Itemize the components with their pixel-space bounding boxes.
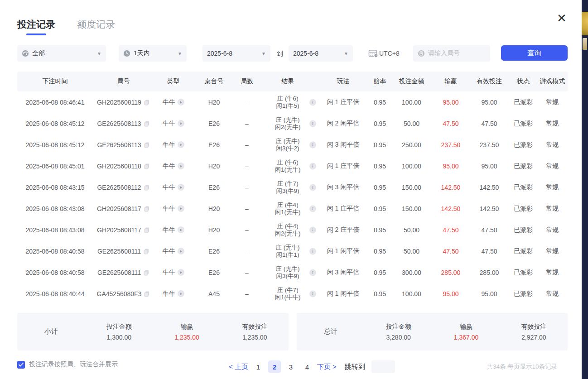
- copy-icon[interactable]: [144, 142, 150, 148]
- category-dropdown[interactable]: 全部 ▼: [17, 45, 106, 62]
- play-video-icon[interactable]: [178, 226, 184, 233]
- info-icon[interactable]: [309, 99, 316, 106]
- copy-icon[interactable]: [144, 227, 150, 233]
- info-icon[interactable]: [309, 269, 316, 276]
- jump-to-input[interactable]: [371, 360, 395, 373]
- info-icon[interactable]: [309, 163, 316, 169]
- close-icon[interactable]: ✕: [556, 13, 568, 24]
- round-id-cell: GE2625608113: [93, 120, 154, 127]
- play-video-icon[interactable]: [178, 184, 184, 191]
- table-row: 2025-06-08 08:40:58 GE2625608111 牛牛 E26 …: [17, 262, 568, 283]
- copy-icon[interactable]: [144, 163, 150, 169]
- copy-icon[interactable]: [144, 184, 150, 191]
- col-header-table-no: 桌台号: [193, 77, 236, 86]
- col-header-game-mode: 游戏模式: [537, 77, 568, 86]
- subtotal-label: 小计: [17, 327, 85, 336]
- play-video-icon[interactable]: [178, 120, 184, 127]
- play-type: 闲 3 闲平倍: [317, 183, 369, 192]
- game-type: 牛牛: [163, 141, 175, 149]
- to-label: 到: [277, 45, 283, 62]
- info-icon[interactable]: [309, 205, 316, 212]
- col-header-time: 下注时间: [17, 77, 93, 86]
- copy-icon[interactable]: [144, 120, 150, 127]
- result-banker: 庄 (无牛): [258, 138, 317, 145]
- globe-icon: [22, 50, 29, 57]
- copy-icon[interactable]: [143, 248, 149, 254]
- win-loss: 47.50: [433, 248, 469, 255]
- round-id-cell: GH2025608117: [93, 226, 154, 234]
- game-type-cell: 牛牛: [154, 290, 193, 298]
- result-banker: 庄 (牛4): [258, 223, 317, 230]
- info-icon[interactable]: [309, 141, 316, 148]
- win-loss: 237.50: [433, 141, 469, 149]
- play-video-icon[interactable]: [178, 163, 184, 169]
- valid-bet: 142.50: [469, 205, 510, 212]
- win-loss: 142.50: [433, 205, 469, 212]
- bet-amount: 100.00: [390, 290, 433, 297]
- result-player: 闲1(牛牛): [258, 294, 317, 301]
- game-type: 牛牛: [163, 269, 175, 277]
- game-type: 牛牛: [163, 205, 175, 213]
- info-icon[interactable]: [309, 120, 316, 127]
- round-number-input[interactable]: 请输入局号: [413, 45, 490, 62]
- copy-icon[interactable]: [144, 206, 150, 212]
- play-video-icon[interactable]: [178, 269, 184, 276]
- table-no: H20: [193, 99, 236, 106]
- total-bet: 投注金额 3,280.00: [365, 323, 432, 341]
- result-cell: 庄 (无牛) 闲3(牛2): [258, 138, 317, 152]
- odds: 0.95: [369, 226, 390, 234]
- status-badge: 已派彩: [510, 269, 537, 277]
- play-video-icon[interactable]: [178, 205, 184, 212]
- valid-bet: 285.00: [469, 269, 510, 276]
- game-type-cell: 牛牛: [154, 120, 193, 128]
- tab-betting-records[interactable]: 投注记录: [17, 18, 55, 35]
- play-video-icon[interactable]: [178, 99, 184, 106]
- col-header-round-id: 局号: [93, 77, 154, 86]
- page-button-2[interactable]: 2: [268, 360, 281, 373]
- info-icon[interactable]: [309, 226, 316, 233]
- play-video-icon[interactable]: [178, 141, 184, 148]
- prev-page-button[interactable]: < 上页: [229, 363, 248, 371]
- info-icon[interactable]: [309, 290, 316, 297]
- timezone-indicator[interactable]: UTC+8: [368, 45, 400, 62]
- page-button-4[interactable]: 4: [301, 360, 313, 373]
- bet-amount: 50.00: [390, 248, 433, 255]
- table-no: H20: [193, 163, 236, 170]
- game-type-cell: 牛牛: [154, 269, 193, 277]
- result-player: 闲1(牛1): [258, 251, 317, 259]
- game-mode: 常规: [537, 205, 568, 213]
- result-player: 闲3(牛9): [258, 187, 317, 195]
- merge-checkbox[interactable]: [17, 361, 25, 369]
- status-badge: 已派彩: [510, 247, 537, 255]
- search-button[interactable]: 查询: [501, 45, 568, 61]
- date-from-select[interactable]: 2025-6-8 ▼: [202, 45, 270, 62]
- time-range-dropdown[interactable]: 1天内 ▼: [119, 45, 187, 62]
- play-video-icon[interactable]: [178, 248, 184, 254]
- page-button-3[interactable]: 3: [284, 360, 297, 373]
- rounds: –: [236, 226, 258, 234]
- win-loss: 95.00: [433, 290, 469, 297]
- table-row: 2025-06-08 08:43:08 GH2025608117 牛牛 H20 …: [17, 198, 568, 219]
- status-badge: 已派彩: [510, 183, 537, 192]
- rounds: –: [236, 290, 258, 297]
- total-panel: 总计 投注金额 3,280.00 输赢 1,367.00 有效投注 2,927.…: [297, 313, 568, 350]
- col-header-result: 结果: [258, 77, 317, 86]
- win-loss: 285.00: [433, 269, 469, 276]
- info-icon[interactable]: [309, 184, 316, 191]
- tab-quota-records[interactable]: 额度记录: [77, 18, 115, 35]
- copy-icon[interactable]: [144, 291, 150, 297]
- game-mode: 常规: [537, 226, 568, 234]
- table-row: 2025-06-08 08:40:44 GA45256080F3 牛牛 A45 …: [17, 283, 568, 304]
- bet-amount: 50.00: [390, 226, 433, 234]
- info-icon[interactable]: [309, 248, 316, 254]
- status-badge: 已派彩: [510, 162, 537, 170]
- page-button-1[interactable]: 1: [252, 360, 265, 373]
- rounds: –: [236, 184, 258, 191]
- rounds: –: [236, 248, 258, 255]
- next-page-button[interactable]: 下页 >: [317, 363, 337, 371]
- total-win: 输赢 1,367.00: [432, 323, 500, 341]
- copy-icon[interactable]: [144, 99, 150, 106]
- play-video-icon[interactable]: [178, 290, 184, 297]
- date-to-select[interactable]: 2025-6-8 ▼: [289, 45, 353, 62]
- copy-icon[interactable]: [143, 269, 149, 276]
